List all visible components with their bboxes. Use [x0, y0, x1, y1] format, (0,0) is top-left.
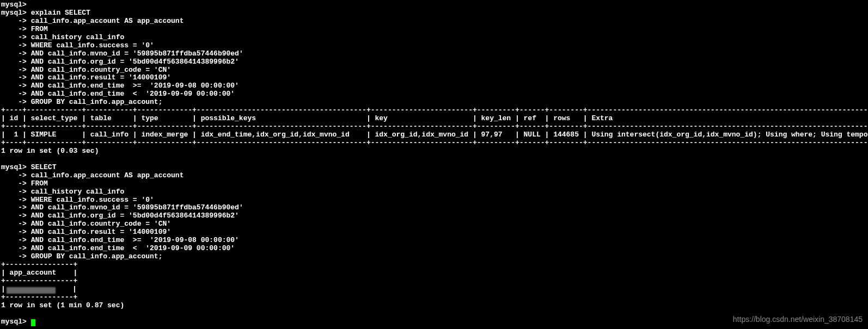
- cont-prompt: ->: [1, 244, 27, 252]
- sql-line: call_info.app_account AS app_account: [31, 171, 184, 179]
- watermark: https://blog.csdn.net/weixin_38708145: [733, 315, 863, 324]
- cont-prompt: ->: [1, 188, 27, 196]
- cont-prompt: ->: [1, 203, 27, 212]
- sql-line: AND call_info.result = '14000109': [31, 228, 171, 236]
- redacted-value: [7, 287, 56, 294]
- cont-prompt: ->: [1, 25, 27, 33]
- cont-prompt: ->: [1, 212, 27, 220]
- sql-line: AND call_info.end_time >= '2019-09-08 00…: [31, 236, 239, 244]
- cont-prompt: ->: [1, 66, 27, 74]
- sql-line: AND call_info.org_id = '5bd00d4f56386414…: [31, 212, 239, 220]
- cont-prompt: ->: [1, 252, 27, 260]
- prompt: mysql>: [1, 9, 27, 17]
- cont-prompt: ->: [1, 49, 27, 58]
- table-border: +----+-------------+-----------+--------…: [1, 139, 868, 147]
- cont-prompt: ->: [1, 58, 27, 66]
- cursor: [31, 319, 35, 326]
- sql-line: GROUP BY call_info.app_account;: [31, 252, 163, 260]
- sql-line: AND call_info.end_time < '2019-09-09 00:…: [31, 90, 235, 98]
- sql-line: SELECT: [31, 163, 57, 171]
- sql-line: AND call_info.mvno_id = '59895b871ffdba5…: [31, 203, 243, 212]
- sql-line: AND call_info.mvno_id = '59895b871ffdba5…: [31, 49, 243, 58]
- cont-prompt: ->: [1, 220, 27, 228]
- result-border: +----------------+: [1, 293, 77, 301]
- prompt: mysql>: [1, 163, 27, 171]
- sql-line: AND call_info.org_id = '5bd00d4f56386414…: [31, 58, 239, 66]
- prompt: mysql>: [1, 318, 27, 326]
- result-border: +----------------+: [1, 277, 77, 285]
- sql-line: WHERE call_info.success = '0': [31, 41, 154, 49]
- cont-prompt: ->: [1, 17, 27, 25]
- result-row-suffix: |: [56, 285, 77, 293]
- cont-prompt: ->: [1, 73, 27, 82]
- table-header: | id | select_type | table | type | poss…: [1, 114, 868, 122]
- sql-line: AND call_info.end_time < '2019-09-09 00:…: [31, 244, 235, 252]
- cont-prompt: ->: [1, 196, 27, 204]
- sql-line: AND call_info.result = '14000109': [31, 73, 171, 82]
- cont-prompt: ->: [1, 171, 27, 179]
- cont-prompt: ->: [1, 90, 27, 98]
- cont-prompt: ->: [1, 179, 27, 188]
- row-count: 1 row in set (0.03 sec): [1, 147, 99, 155]
- sql-line: call_history call_info: [31, 33, 125, 41]
- result-border: +----------------+: [1, 260, 77, 269]
- sql-line: GROUP BY call_info.app_account;: [31, 98, 163, 106]
- sql-line: FROM: [31, 179, 48, 188]
- sql-line: FROM: [31, 25, 48, 33]
- table-border: +----+-------------+-----------+--------…: [1, 122, 868, 131]
- table-border: +----+-------------+-----------+--------…: [1, 106, 868, 114]
- table-row: | 1 | SIMPLE | call_info | index_merge |…: [1, 131, 868, 139]
- sql-line: AND call_info.country_code = 'CN': [31, 220, 171, 228]
- sql-line: call_history call_info: [31, 188, 125, 196]
- sql-line: WHERE call_info.success = '0': [31, 196, 154, 204]
- cont-prompt: ->: [1, 82, 27, 90]
- sql-line: AND call_info.country_code = 'CN': [31, 66, 171, 74]
- result-header: | app_account |: [1, 269, 77, 277]
- cont-prompt: ->: [1, 41, 27, 49]
- prompt: mysql>: [1, 1, 27, 9]
- sql-line: AND call_info.end_time >= '2019-09-08 00…: [31, 82, 239, 90]
- cont-prompt: ->: [1, 33, 27, 41]
- result-row-prefix: |: [1, 285, 5, 293]
- cont-prompt: ->: [1, 228, 27, 236]
- cont-prompt: ->: [1, 236, 27, 244]
- cont-prompt: ->: [1, 98, 27, 106]
- sql-line: explain SELECT: [31, 9, 90, 17]
- terminal-output[interactable]: mysql> mysql> explain SELECT -> call_inf…: [0, 0, 868, 327]
- row-count: 1 row in set (1 min 0.87 sec): [1, 301, 124, 309]
- sql-line: call_info.app_account AS app_account: [31, 17, 184, 25]
